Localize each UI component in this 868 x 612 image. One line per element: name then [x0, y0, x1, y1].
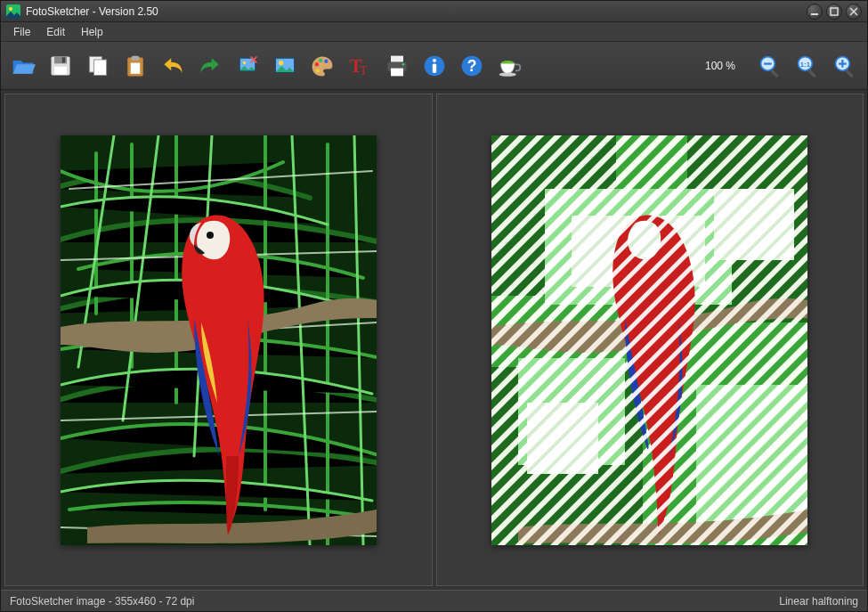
open-button[interactable] [8, 51, 38, 81]
svg-point-17 [315, 62, 319, 66]
print-icon [385, 53, 410, 78]
svg-text:1:1: 1:1 [800, 60, 811, 68]
copy-button[interactable] [83, 51, 113, 81]
image-settings-button[interactable] [270, 51, 300, 81]
redo-icon [198, 53, 223, 78]
undo-icon [160, 53, 185, 78]
svg-rect-11 [132, 55, 140, 60]
svg-rect-2 [811, 13, 818, 15]
donate-icon [497, 53, 522, 78]
toolbar: TT ? 100 % 1:1 [1, 42, 867, 90]
svg-rect-66 [696, 385, 807, 527]
svg-rect-69 [714, 189, 794, 260]
svg-point-28 [433, 58, 436, 61]
svg-point-20 [316, 69, 320, 72]
result-image [491, 135, 807, 545]
menu-edit[interactable]: Edit [39, 24, 72, 40]
source-image [61, 135, 377, 545]
svg-rect-6 [62, 57, 66, 62]
palette-icon [310, 53, 335, 78]
paste-button[interactable] [120, 51, 150, 81]
zoom-out-icon [758, 53, 783, 78]
zoom-in-icon [832, 53, 857, 78]
workspace [1, 90, 867, 590]
title-bar: FotoSketcher - Version 2.50 [1, 1, 867, 22]
minimize-icon [810, 7, 819, 16]
maximize-icon [830, 7, 839, 16]
minimize-button[interactable] [807, 4, 823, 20]
svg-point-33 [499, 72, 516, 76]
svg-rect-23 [391, 55, 403, 61]
redo-button[interactable] [195, 51, 225, 81]
zoom-in-button[interactable] [830, 51, 860, 81]
svg-text:T: T [360, 63, 368, 77]
source-panel[interactable] [4, 94, 433, 586]
result-panel[interactable] [436, 94, 864, 586]
close-icon [849, 7, 858, 16]
svg-rect-35 [764, 62, 772, 64]
text-tool-button[interactable]: TT [345, 51, 375, 81]
svg-point-45 [207, 232, 214, 239]
open-file-icon [11, 53, 36, 78]
status-left: FotoSketcher image - 355x460 - 72 dpi [10, 595, 779, 608]
svg-point-19 [324, 59, 328, 62]
svg-point-1 [9, 7, 12, 11]
help-icon: ? [459, 53, 484, 78]
menu-file[interactable]: File [6, 24, 37, 40]
svg-rect-9 [94, 60, 107, 76]
svg-rect-43 [845, 69, 854, 78]
status-right: Linear halftoning [779, 595, 858, 608]
svg-rect-42 [841, 60, 843, 68]
svg-text:?: ? [467, 57, 477, 75]
close-button[interactable] [846, 4, 862, 20]
svg-point-18 [319, 58, 322, 61]
svg-rect-29 [433, 63, 436, 73]
help-button[interactable]: ? [457, 51, 487, 81]
zoom-out-button[interactable] [755, 51, 785, 81]
menu-bar: File Edit Help [1, 22, 867, 42]
svg-rect-36 [770, 69, 779, 78]
maximize-button[interactable] [826, 4, 842, 20]
image-settings-icon [272, 53, 297, 78]
undo-button[interactable] [158, 51, 188, 81]
info-button[interactable] [419, 51, 450, 81]
save-icon [48, 53, 73, 78]
zoom-actual-button[interactable]: 1:1 [792, 51, 823, 81]
svg-rect-39 [807, 69, 816, 78]
palette-button[interactable] [307, 51, 337, 81]
svg-rect-3 [831, 8, 838, 15]
svg-rect-7 [54, 66, 67, 74]
crop-icon [235, 53, 260, 78]
svg-rect-12 [131, 62, 141, 73]
zoom-level-label: 100 % [693, 60, 748, 72]
svg-rect-25 [391, 68, 403, 76]
svg-point-14 [243, 61, 247, 64]
info-icon [422, 53, 447, 78]
print-button[interactable] [382, 51, 412, 81]
window-controls [807, 4, 862, 20]
app-icon [6, 4, 20, 19]
donate-button[interactable] [494, 51, 524, 81]
window-title: FotoSketcher - Version 2.50 [26, 5, 807, 18]
copy-icon [85, 53, 110, 78]
save-button[interactable] [45, 51, 76, 81]
menu-help[interactable]: Help [74, 24, 110, 40]
crop-button[interactable] [232, 51, 263, 81]
text-tool-icon: TT [347, 53, 372, 78]
svg-point-26 [402, 62, 405, 65]
zoom-actual-icon: 1:1 [795, 53, 820, 78]
svg-rect-68 [527, 403, 598, 474]
paste-icon [123, 53, 148, 78]
status-bar: FotoSketcher image - 355x460 - 72 dpi Li… [1, 590, 867, 611]
svg-point-16 [279, 60, 283, 64]
